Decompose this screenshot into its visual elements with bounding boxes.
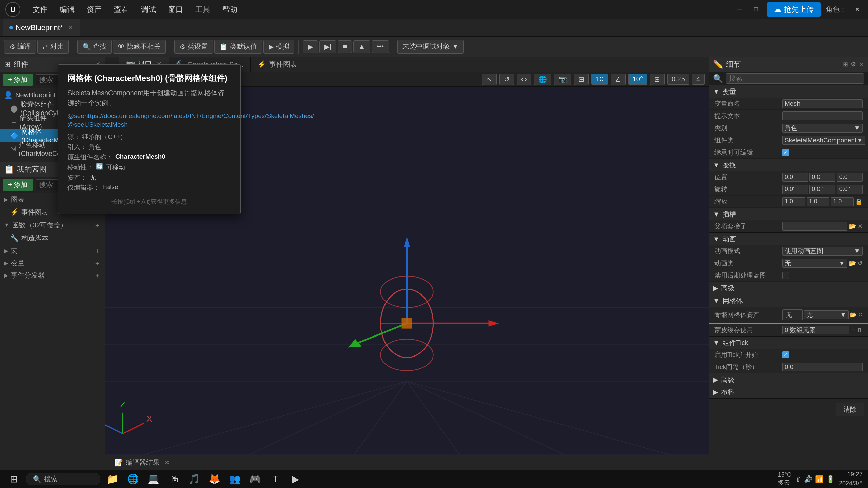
editable-checkbox[interactable]: ✓ (782, 149, 789, 156)
taskbar-folder[interactable]: 📁 (104, 471, 121, 487)
scale-value-display[interactable]: 0.25 (667, 74, 689, 85)
maximize-button[interactable]: □ (751, 4, 762, 15)
cloth-section-header[interactable]: ▶ 布料 (709, 386, 868, 398)
component-class-select[interactable]: SkeletalMeshComponent ▼ (782, 136, 865, 145)
minimize-button[interactable]: ─ (734, 4, 745, 15)
upload-button[interactable]: ☁ 抢先上传 (767, 2, 821, 17)
skin-delete-icon[interactable]: 🗑 (857, 327, 863, 333)
var-name-value[interactable]: Mesh (782, 99, 863, 108)
parent-socket-value[interactable] (782, 222, 847, 231)
add-macro-icon[interactable]: ＋ (94, 246, 101, 256)
disable-post-checkbox[interactable] (782, 272, 789, 279)
search-button[interactable]: 🔍 查找 (77, 40, 112, 54)
add-component-button[interactable]: + 添加 (3, 74, 33, 86)
rot-y[interactable]: 0.0° (809, 185, 835, 194)
menu-help[interactable]: 帮助 (217, 2, 243, 17)
scale-tool[interactable]: ⇔ (517, 74, 531, 85)
skeletal-refresh-icon[interactable]: ↺ (858, 311, 863, 318)
menu-asset[interactable]: 资产 (81, 2, 107, 17)
tray-icon-3[interactable]: 📶 (815, 475, 824, 483)
component-tick-header[interactable]: ▼ 组件Tick (709, 337, 868, 349)
variables-section-header[interactable]: ▶ 变量 ＋ (0, 257, 105, 269)
grid-toggle[interactable]: ⊞ (574, 74, 589, 85)
skeletal-browse-icon[interactable]: 📂 (850, 311, 857, 318)
rotate-tool[interactable]: ↺ (499, 74, 514, 85)
dispatchers-section-header[interactable]: ▶ 事件分发器 ＋ (0, 269, 105, 281)
taskbar-ue[interactable]: 🎮 (247, 471, 263, 487)
angle-value-display[interactable]: 10° (628, 74, 647, 85)
skin-add-icon[interactable]: ＋ (850, 326, 856, 333)
stop-button[interactable]: ■ (338, 40, 352, 53)
compiler-tab[interactable]: 📝 编译器结果 ✕ (109, 455, 175, 470)
macros-section-header[interactable]: ▶ 宏 ＋ (0, 245, 105, 257)
functions-section-header[interactable]: ▼ 函数（32可覆盖） ＋ (0, 219, 105, 231)
scale-x[interactable]: 1.0 (782, 197, 805, 206)
add-function-icon[interactable]: ＋ (94, 221, 101, 230)
tick-enabled-checkbox[interactable]: ✓ (782, 351, 789, 358)
menu-tools[interactable]: 工具 (190, 2, 216, 17)
details-settings-icon[interactable]: ⚙ (851, 61, 856, 68)
advanced-section-header[interactable]: ▶ 高级 (709, 282, 868, 294)
right-panel-close[interactable]: ✕ (859, 61, 864, 68)
angle-icon[interactable]: ∠ (611, 74, 626, 85)
tab-event-graph[interactable]: ⚡ 事件图表 (251, 57, 304, 72)
class-default-button[interactable]: 📋 类默认值 (214, 40, 262, 54)
menu-debug[interactable]: 调试 (136, 2, 161, 17)
tray-icon-2[interactable]: 🔊 (804, 475, 812, 483)
clear-button[interactable]: 清除 (836, 403, 864, 416)
menu-edit[interactable]: 编辑 (54, 2, 80, 17)
close-button[interactable]: ✕ (852, 4, 863, 15)
tooltip-value[interactable] (782, 111, 863, 120)
mesh-section-header[interactable]: ▼ 网格体 (709, 294, 868, 307)
construct-script-item[interactable]: 🔧 构造脚本 (0, 231, 105, 245)
menu-view[interactable]: 查看 (108, 2, 134, 17)
animation-section-header[interactable]: ▼ 动画 (709, 233, 868, 245)
rot-z[interactable]: 0.0° (837, 185, 863, 194)
skip-button[interactable]: ▲ (353, 40, 370, 53)
class-settings-button[interactable]: ⚙ 类设置 (174, 40, 213, 54)
hide-irrelevant-button[interactable]: 👁 隐藏不相关 (113, 40, 166, 54)
compile-button[interactable]: ⚙ 编译 (4, 40, 36, 54)
compare-button[interactable]: ⇄ 对比 (37, 40, 69, 54)
taskbar-media[interactable]: ▶ (288, 471, 304, 487)
socket-browse-icon[interactable]: 📂 (849, 223, 856, 230)
tab-close-icon[interactable]: ✕ (68, 24, 73, 32)
add-variable-icon[interactable]: ＋ (94, 259, 101, 268)
taskbar-text[interactable]: T (267, 471, 283, 487)
cursor-tool[interactable]: ↖ (482, 74, 497, 85)
pos-z[interactable]: 0.0 (837, 173, 863, 182)
play-button[interactable]: ▶ (303, 40, 318, 53)
taskbar-edge[interactable]: 🌐 (125, 471, 141, 487)
camera-speed[interactable]: 📷 (554, 74, 571, 85)
scale-y[interactable]: 1.0 (807, 197, 830, 206)
socket-section-header[interactable]: ▼ 插槽 (709, 208, 868, 220)
taskbar-store[interactable]: 🛍 (165, 471, 182, 487)
blueprint-tab[interactable]: NewBlueprint* ✕ (3, 19, 80, 36)
taskbar-fox[interactable]: 🦊 (206, 471, 222, 487)
scale-z[interactable]: 1.0 (831, 197, 854, 206)
scale-icon[interactable]: ⊞ (650, 74, 665, 85)
socket-clear-icon[interactable]: ✕ (857, 223, 863, 230)
anim-refresh-icon[interactable]: ↺ (857, 260, 863, 267)
grid-value-display[interactable]: 10 (591, 74, 608, 85)
anim-class-select[interactable]: 无 ▼ (782, 259, 847, 268)
pos-x[interactable]: 0.0 (782, 173, 808, 182)
details-grid-icon[interactable]: ⊞ (843, 61, 848, 68)
taskbar-search[interactable]: 🔍 搜索 (26, 473, 100, 485)
tick-interval-value[interactable]: 0.0 (782, 363, 863, 371)
grid-count-display[interactable]: 4 (692, 74, 705, 85)
anim-browse-icon[interactable]: 📂 (849, 260, 856, 267)
world-local-toggle[interactable]: 🌐 (534, 74, 551, 85)
debug-target-selector[interactable]: 未选中调试对象 ▼ (397, 40, 464, 54)
taskbar-music[interactable]: 🎵 (186, 471, 202, 487)
add-blueprint-button[interactable]: + 添加 (3, 179, 33, 191)
anim-mode-select[interactable]: 使用动画蓝图 ▼ (782, 247, 863, 256)
compiler-tab-close[interactable]: ✕ (164, 459, 170, 466)
advanced2-header[interactable]: ▶ 高级 (709, 373, 868, 386)
rot-x[interactable]: 0.0° (782, 185, 808, 194)
details-search-input[interactable] (726, 73, 864, 84)
variables-section-header[interactable]: ▼ 变量 (709, 85, 868, 98)
more-button[interactable]: ••• (372, 40, 389, 53)
lock-icon[interactable]: 🔒 (855, 198, 863, 205)
skeletal-mesh-select[interactable]: 无 ▼ (804, 310, 849, 319)
